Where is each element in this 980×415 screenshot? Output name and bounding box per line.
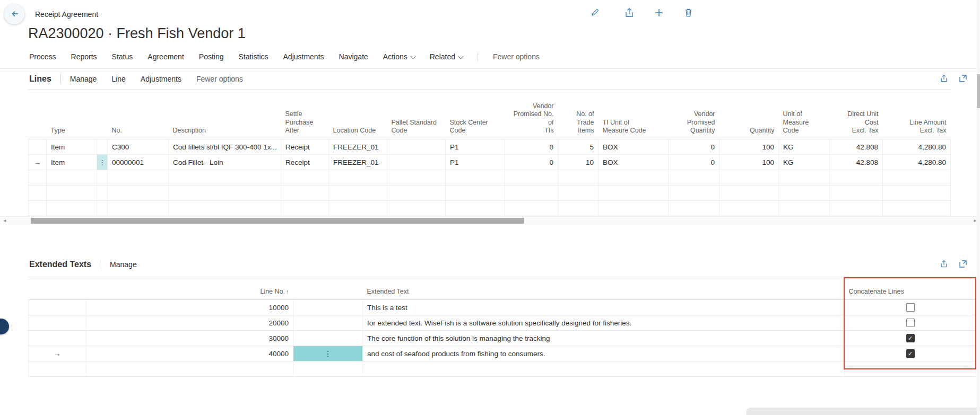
vertical-scrollbar[interactable] <box>977 0 980 415</box>
cell-extended-text[interactable]: and cost of seafood products from fishin… <box>363 346 845 361</box>
cell-description[interactable]: Cod fillets sl/bl IQF 300-400 1x... <box>169 139 281 155</box>
cell-blank[interactable] <box>293 300 363 315</box>
row-selector[interactable] <box>29 300 86 315</box>
cell-settle[interactable]: Receipt <box>281 155 329 170</box>
menu-item-actions[interactable]: Actions <box>383 52 415 61</box>
selected-cell-more-icon[interactable]: ⋮ <box>293 346 363 361</box>
col-header-uom[interactable]: Unit of Measure Code <box>779 90 830 139</box>
menu-item-reports[interactable]: Reports <box>71 52 97 61</box>
cell-line-no[interactable]: 10000 <box>86 300 293 315</box>
cell-direct-unit-cost[interactable]: 42.808 <box>830 155 883 170</box>
cell-no[interactable]: 00000001 <box>108 155 169 170</box>
col-header-quantity[interactable]: Quantity <box>719 90 779 139</box>
col-header-extended-text[interactable]: Extended Text <box>363 277 845 300</box>
menu-item-statistics[interactable]: Statistics <box>239 52 268 61</box>
concatenate-checkbox[interactable] <box>906 303 915 312</box>
col-header-type[interactable]: Type <box>47 90 97 139</box>
col-header-ti-uom[interactable]: TI Unit of Measure Code <box>599 90 669 139</box>
menu-item-process[interactable]: Process <box>29 52 56 61</box>
cell-stock[interactable]: P1 <box>446 155 505 170</box>
col-header-description[interactable]: Description <box>169 90 281 139</box>
cell-type[interactable]: Item <box>47 155 97 170</box>
add-button[interactable] <box>654 7 664 20</box>
lines-share-button[interactable] <box>940 74 948 84</box>
cell-no[interactable]: C300 <box>108 139 169 155</box>
lines-tab-adjustments[interactable]: Adjustments <box>141 75 181 83</box>
cell-line-amount[interactable]: 4,280.80 <box>883 155 951 170</box>
vertical-scrollbar-thumb[interactable] <box>977 74 980 108</box>
cell-uom[interactable]: KG <box>779 139 830 155</box>
extended-share-button[interactable] <box>940 260 948 270</box>
cell-trade-items[interactable]: 10 <box>558 155 599 170</box>
extended-tab-manage[interactable]: Manage <box>110 260 137 269</box>
cell-line-no[interactable]: 20000 <box>86 315 293 331</box>
menu-item-posting[interactable]: Posting <box>199 52 224 61</box>
col-header-line-amount[interactable]: Line Amount Excl. Tax <box>883 90 951 139</box>
col-header-trade-items[interactable]: No. of Trade Items <box>558 90 599 139</box>
scrollbar-track[interactable] <box>10 217 970 225</box>
cell-vendor-promised-qty[interactable]: 0 <box>669 139 719 155</box>
menu-item-adjustments[interactable]: Adjustments <box>283 52 324 61</box>
lines-tab-line[interactable]: Line <box>111 75 125 83</box>
scroll-left-icon[interactable]: ◄ <box>0 217 10 225</box>
col-header-direct-unit-cost[interactable]: Direct Unit Cost Excl. Tax <box>830 90 883 139</box>
cell-vendor-promised-tis[interactable]: 0 <box>505 155 558 170</box>
cell-line-no[interactable]: 30000 <box>86 331 293 346</box>
delete-button[interactable] <box>683 7 693 19</box>
edit-button[interactable] <box>585 3 605 23</box>
extended-open-in-window-button[interactable] <box>959 260 967 270</box>
cell-location[interactable]: FREEZER_01 <box>329 139 387 155</box>
cell-type[interactable]: Item <box>47 139 97 155</box>
col-header-location[interactable]: Location Code <box>329 90 387 139</box>
cell-description[interactable]: Cod Fillet - Loin <box>169 155 281 170</box>
lines-tab-fewer-options[interactable]: Fewer options <box>196 75 243 83</box>
col-header-stock[interactable]: Stock Center Code <box>446 90 505 139</box>
col-header-vendor-promised-tis[interactable]: Vendor Promised No. of TIs <box>505 90 558 139</box>
col-header-vendor-promised-qty[interactable]: Vendor Promised Quantity <box>669 90 719 139</box>
col-header-line-no[interactable]: Line No.↑ <box>86 277 293 300</box>
current-row-arrow-icon[interactable]: → <box>29 155 47 170</box>
row-selector[interactable] <box>29 139 47 155</box>
scrollbar-thumb[interactable] <box>31 218 524 224</box>
menu-item-navigate[interactable]: Navigate <box>339 52 368 61</box>
row-selector[interactable] <box>29 331 86 346</box>
lines-open-in-window-button[interactable] <box>959 74 967 84</box>
concatenate-checkbox[interactable] <box>906 349 915 358</box>
col-header-pallet[interactable]: Pallet Standard Code <box>387 90 446 139</box>
cell-ti-uom[interactable]: BOX <box>599 139 669 155</box>
share-button[interactable] <box>624 7 635 20</box>
menu-item-agreement[interactable]: Agreement <box>148 52 184 61</box>
cell-line-amount[interactable]: 4,280.80 <box>883 139 951 155</box>
back-button[interactable] <box>4 4 24 24</box>
row-more-icon[interactable]: ⋮ <box>97 155 108 170</box>
cell-blank[interactable] <box>293 331 363 346</box>
col-header-no[interactable]: No. <box>108 90 169 139</box>
cell-stock[interactable]: P1 <box>446 139 505 155</box>
menu-item-related[interactable]: Related <box>430 52 463 61</box>
menu-item-status[interactable]: Status <box>112 52 133 61</box>
cell-location[interactable]: FREEZER_01 <box>329 155 387 170</box>
cell-settle[interactable]: Receipt <box>281 139 329 155</box>
concatenate-checkbox[interactable] <box>906 334 915 342</box>
cell-quantity[interactable]: 100 <box>719 155 779 170</box>
cell-ti-uom[interactable]: BOX <box>599 155 669 170</box>
cell-direct-unit-cost[interactable]: 42.808 <box>830 139 883 155</box>
cell-vendor-promised-qty[interactable]: 0 <box>669 155 719 170</box>
cell-blank[interactable] <box>293 315 363 331</box>
cell-trade-items[interactable]: 5 <box>558 139 599 155</box>
cell-more[interactable] <box>97 139 108 155</box>
cell-pallet[interactable] <box>387 155 446 170</box>
concatenate-checkbox[interactable] <box>906 319 915 327</box>
cell-quantity[interactable]: 100 <box>719 139 779 155</box>
cell-uom[interactable]: KG <box>779 155 830 170</box>
cell-line-no[interactable]: 40000 <box>86 346 293 361</box>
current-row-arrow-icon[interactable]: → <box>29 346 86 361</box>
cell-extended-text[interactable]: This is a test <box>363 300 845 315</box>
lines-tab-manage[interactable]: Manage <box>70 75 97 83</box>
horizontal-scrollbar[interactable]: ◄ ► <box>0 216 980 225</box>
cell-extended-text[interactable]: The core function of this solution is ma… <box>363 331 845 346</box>
cell-vendor-promised-tis[interactable]: 0 <box>505 139 558 155</box>
row-selector[interactable] <box>29 315 86 331</box>
col-header-settle[interactable]: Settle Purchase After <box>281 90 329 139</box>
menu-item-fewer-options[interactable]: Fewer options <box>493 52 540 61</box>
